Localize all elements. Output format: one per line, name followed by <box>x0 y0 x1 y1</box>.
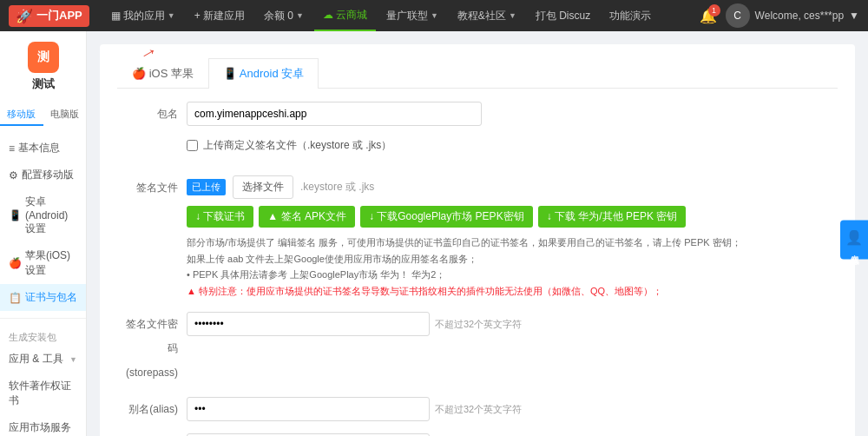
sidebar-item-tools[interactable]: 应用 & 工具 ▼ <box>0 346 86 373</box>
custom-sign-checkbox[interactable] <box>187 140 198 151</box>
apps-icon: ▦ <box>111 10 121 22</box>
logo-icon: 🚀 <box>16 8 33 24</box>
sidebar-item-cert[interactable]: 📋 证书与包名 <box>0 284 86 311</box>
chevron-down-icon: ▼ <box>509 11 516 20</box>
storepass-input[interactable] <box>187 312 430 336</box>
sidebar-item-config[interactable]: ⚙ 配置移动版 <box>0 162 86 188</box>
sign-notes: 部分市场/市场提供了 编辑签名 服务，可使用市场提供的证书盖印自己的证书签名，如… <box>187 235 838 300</box>
sidebar-tab-desktop[interactable]: 电脑版 <box>43 104 87 126</box>
nav-item-demo[interactable]: 功能演示 <box>601 0 660 31</box>
nav-item-cloud[interactable]: ☁ 云商城 <box>314 0 376 31</box>
android-tab-icon: 📱 <box>223 67 237 80</box>
sidebar-app-header: 测 测试 <box>0 31 86 99</box>
sign-file-row: 签名文件 已上传 选择文件 .keystore 或 .jks ↓ 下载证书 ▲ … <box>117 175 838 300</box>
username: Welcome, ces***pp <box>755 10 845 22</box>
nav-item-balance[interactable]: 余额 0 ▼ <box>255 0 312 31</box>
service-text: 在线客服 <box>848 248 860 251</box>
list-icon: ≡ <box>9 142 15 155</box>
right-float-service[interactable]: 👤 在线客服 <box>840 221 868 260</box>
nav-item-discuz[interactable]: 打包 Discuz <box>527 0 599 31</box>
user-menu[interactable]: C Welcome, ces***pp ▼ <box>726 3 859 28</box>
sidebar-item-android[interactable]: 📱 安卓(Android)设置 <box>0 188 86 242</box>
storepass-label: 签名文件密码(storepass) <box>117 312 187 385</box>
select-file-button[interactable]: 选择文件 <box>233 175 293 199</box>
chevron-down-icon: ▼ <box>69 355 77 364</box>
alias-label: 别名(alias) <box>117 397 187 421</box>
nav-item-ad[interactable]: 量广联型 ▼ <box>378 0 447 31</box>
sign-file-label: 签名文件 <box>117 175 187 200</box>
package-name-label: 包名 <box>117 102 187 126</box>
nav-items: ▦ 我的应用 ▼ + 新建应用 余额 0 ▼ ☁ 云商城 量广联型 ▼ 教程&社… <box>102 0 700 31</box>
sign-btn-group: ↓ 下载证书 ▲ 签名 APK文件 ↓ 下载GooglePlay市场 PEPK密… <box>187 206 838 228</box>
sign-apk-button[interactable]: ▲ 签名 APK文件 <box>259 206 355 228</box>
sidebar-item-basic[interactable]: ≡ 基本信息 <box>0 135 86 162</box>
chevron-down-icon: ▼ <box>849 10 859 22</box>
download-googleplay-button[interactable]: ↓ 下载GooglePlay市场 PEPK密钥 <box>360 206 533 228</box>
sidebar-item-ios[interactable]: 🍎 苹果(iOS)设置 <box>0 242 86 284</box>
uploaded-badge: 已上传 <box>187 179 226 195</box>
download-cert-button[interactable]: ↓ 下载证书 <box>187 206 253 228</box>
avatar: C <box>726 3 750 28</box>
content-tabs: 🍎 iOS 苹果 📱 Android 安卓 <box>117 57 838 89</box>
notification-bell[interactable]: 🔔 1 <box>700 8 717 24</box>
sidebar-tabs: 移动版 电脑版 <box>0 104 86 126</box>
package-name-content <box>187 102 838 126</box>
tab-android[interactable]: 📱 Android 安卓 <box>208 58 319 89</box>
sidebar-app-name: 测试 <box>32 76 55 92</box>
nav-item-new[interactable]: + 新建应用 <box>186 0 253 31</box>
service-icon: 👤 <box>845 229 863 246</box>
app-logo[interactable]: 🚀 一门APP <box>9 5 89 27</box>
sidebar-item-copyright[interactable]: 软件著作权证书 <box>0 373 86 414</box>
nav-item-apps[interactable]: ▦ 我的应用 ▼ <box>102 0 184 31</box>
package-name-input[interactable] <box>187 102 482 126</box>
sidebar-app-icon: 测 <box>28 42 59 73</box>
top-nav: 🚀 一门APP ▦ 我的应用 ▼ + 新建应用 余额 0 ▼ ☁ 云商城 量广联… <box>0 0 868 31</box>
sidebar-tab-mobile[interactable]: 移动版 <box>0 104 43 126</box>
sign-file-content: 已上传 选择文件 .keystore 或 .jks ↓ 下载证书 ▲ 签名 AP… <box>187 175 838 300</box>
content-card: 🍎 iOS 苹果 📱 Android 安卓 包名 上传商定义 <box>100 44 855 436</box>
alias-input[interactable] <box>187 397 430 421</box>
nav-item-tutorial[interactable]: 教程&社区 ▼ <box>449 0 525 31</box>
cert-icon: 📋 <box>9 292 22 304</box>
chevron-down-icon: ▼ <box>431 11 438 20</box>
storepass-content: 不超过32个英文字符 <box>187 312 838 336</box>
tab-ios[interactable]: 🍎 iOS 苹果 <box>117 58 208 89</box>
logo-text: 一门APP <box>36 8 82 23</box>
sidebar-item-market[interactable]: 应用市场服务（上架） <box>0 414 86 436</box>
alias-content: 不超过32个英文字符 <box>187 397 838 421</box>
package-name-row: 包名 <box>117 102 838 126</box>
android-icon: 📱 <box>9 209 22 221</box>
storepass-hint: 不超过32个英文字符 <box>435 312 522 336</box>
main-content: → 🍎 iOS 苹果 📱 Android 安卓 包名 <box>87 31 868 436</box>
apple-icon: 🍎 <box>9 257 22 269</box>
custom-sign-label[interactable]: 上传商定义签名文件（.keystore 或 .jks） <box>187 138 391 153</box>
notification-badge: 1 <box>708 4 720 17</box>
cloud-icon: ☁ <box>323 9 333 21</box>
download-huawei-button[interactable]: ↓ 下载 华为/其他 PEPK 密钥 <box>538 206 687 228</box>
chevron-down-icon: ▼ <box>296 11 304 20</box>
storepass-row: 签名文件密码(storepass) 不超过32个英文字符 <box>117 312 838 385</box>
alias-row: 别名(alias) 不超过32个英文字符 <box>117 397 838 421</box>
sidebar-section-title-generate: 生成安装包 <box>0 326 86 346</box>
nav-right: 🔔 1 C Welcome, ces***pp ▼ <box>700 3 859 28</box>
chevron-down-icon: ▼ <box>168 11 175 20</box>
custom-sign-row: 上传商定义签名文件（.keystore 或 .jks） <box>187 138 838 163</box>
sidebar: 测 测试 移动版 电脑版 ≡ 基本信息 ⚙ 配置移动版 📱 安卓(Android… <box>0 31 87 436</box>
keystore-hint: .keystore 或 .jks <box>300 180 374 195</box>
apple-tab-icon: 🍎 <box>132 67 146 80</box>
gear-icon: ⚙ <box>9 169 18 182</box>
alias-hint: 不超过32个英文字符 <box>435 397 522 421</box>
